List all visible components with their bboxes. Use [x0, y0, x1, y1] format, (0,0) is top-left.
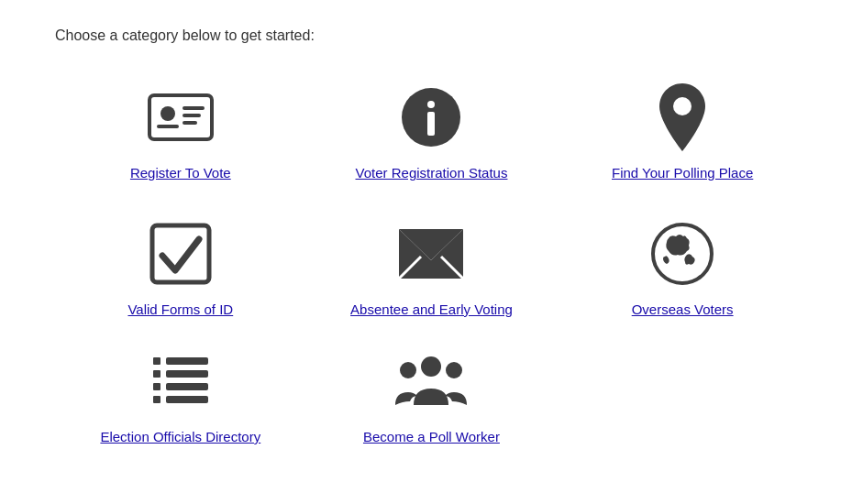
election-officials-directory-label: Election Officials Directory [100, 429, 260, 444]
svg-rect-16 [153, 370, 160, 378]
become-poll-worker-label: Become a Poll Worker [363, 429, 500, 444]
voter-registration-status-card[interactable]: Voter Registration Status [306, 71, 558, 199]
bottom-row: Election Officials Directory Become a Po… [55, 335, 808, 463]
id-card-icon [144, 81, 217, 154]
svg-rect-0 [149, 95, 212, 139]
svg-point-23 [400, 362, 416, 378]
svg-rect-3 [183, 106, 205, 110]
svg-point-1 [160, 106, 175, 121]
valid-forms-of-id-label: Valid Forms of ID [127, 301, 233, 317]
voter-registration-status-label: Voter Registration Status [356, 165, 508, 181]
svg-rect-4 [183, 114, 201, 117]
absentee-early-voting-label: Absentee and Early Voting [350, 301, 513, 317]
register-to-vote-card[interactable]: Register To Vote [55, 71, 306, 199]
svg-rect-20 [153, 396, 160, 403]
become-poll-worker-card[interactable]: Become a Poll Worker [306, 335, 558, 463]
svg-rect-17 [166, 370, 208, 378]
overseas-voters-label: Overseas Voters [632, 301, 734, 317]
globe-icon [646, 217, 719, 290]
group-icon [394, 345, 468, 418]
svg-rect-14 [153, 357, 160, 365]
map-pin-icon [646, 81, 719, 154]
overseas-voters-card[interactable]: Overseas Voters [557, 208, 808, 335]
list-icon [144, 345, 217, 418]
page-heading: Choose a category below to get started: [55, 27, 808, 44]
svg-point-9 [673, 97, 692, 115]
category-grid: Register To Vote Voter Registration Stat… [55, 71, 808, 335]
svg-point-22 [421, 356, 441, 377]
svg-rect-15 [166, 357, 208, 365]
svg-rect-5 [183, 121, 197, 125]
absentee-early-voting-card[interactable]: Absentee and Early Voting [306, 208, 558, 335]
checkbox-icon [144, 217, 217, 290]
svg-point-7 [427, 101, 435, 108]
envelope-icon [394, 217, 468, 290]
svg-point-24 [446, 362, 462, 378]
svg-rect-2 [157, 125, 179, 128]
svg-rect-19 [166, 383, 208, 390]
election-officials-directory-card[interactable]: Election Officials Directory [55, 335, 306, 463]
svg-rect-18 [153, 383, 160, 390]
svg-rect-21 [166, 396, 208, 403]
register-to-vote-label: Register To Vote [130, 165, 231, 181]
find-polling-place-label: Find Your Polling Place [612, 165, 753, 181]
main-container: Choose a category below to get started: … [55, 18, 808, 463]
info-circle-icon [394, 81, 468, 154]
svg-rect-8 [427, 112, 435, 136]
valid-forms-of-id-card[interactable]: Valid Forms of ID [55, 208, 306, 335]
find-polling-place-card[interactable]: Find Your Polling Place [557, 71, 808, 199]
